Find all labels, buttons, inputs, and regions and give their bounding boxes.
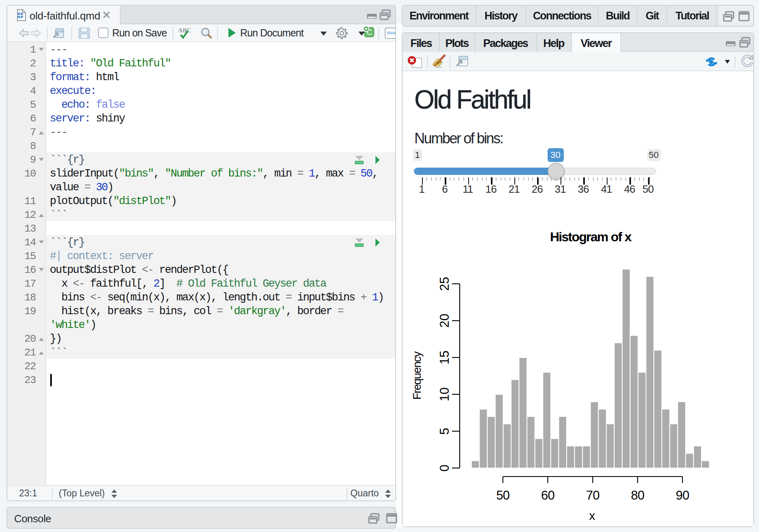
svg-text:50: 50 <box>496 488 509 502</box>
svg-text:20: 20 <box>437 313 451 327</box>
svg-text:90: 90 <box>676 488 689 502</box>
svg-text:70: 70 <box>586 488 599 502</box>
svg-text:x: x <box>589 509 595 522</box>
svg-text:0: 0 <box>437 464 451 471</box>
svg-text:Frequency: Frequency <box>410 351 423 399</box>
svg-text:5: 5 <box>437 427 451 434</box>
svg-text:ABC: ABC <box>178 27 191 33</box>
svg-text:15: 15 <box>437 350 451 364</box>
svg-text:25: 25 <box>437 277 451 290</box>
svg-text:Histogram of x: Histogram of x <box>550 229 631 244</box>
svg-text:60: 60 <box>541 488 554 502</box>
svg-text:10: 10 <box>437 387 451 401</box>
svg-text:80: 80 <box>631 488 644 502</box>
